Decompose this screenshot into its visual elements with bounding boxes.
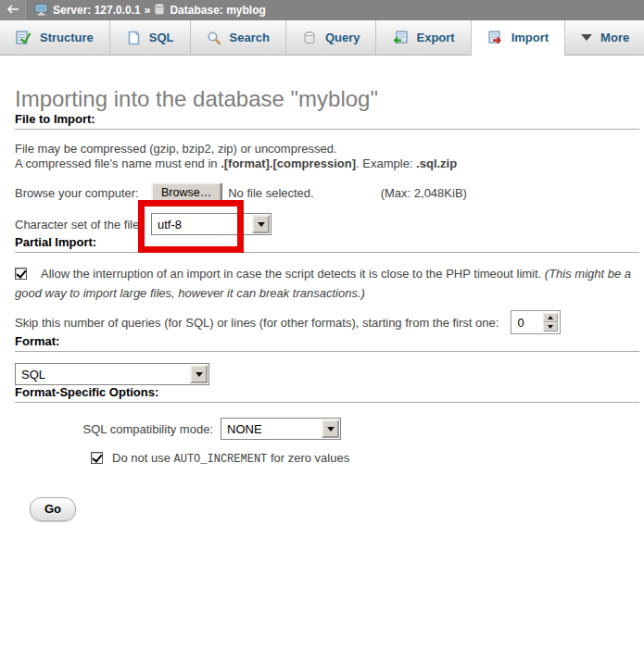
hint-format-pattern: .[format].[compression]: [221, 156, 356, 170]
auto-increment-row: Do not use AUTO_INCREMENT for zero value…: [91, 451, 639, 466]
skip-queries-row: Skip this number of queries (for SQL) or…: [15, 310, 639, 334]
skip-queries-label: Skip this number of queries (for SQL) or…: [15, 316, 499, 330]
format-specific-options-heading: Format-Specific Options:: [15, 385, 639, 403]
browse-button[interactable]: Browse…: [151, 182, 221, 204]
tab-label: More: [600, 31, 629, 44]
compression-hint: File may be compressed (gzip, bzip2, zip…: [15, 142, 639, 171]
charset-select-value: utf-8: [152, 214, 251, 234]
skip-queries-value: 0: [513, 313, 543, 332]
allow-interruption-checkbox[interactable]: [15, 268, 27, 280]
format-select[interactable]: SQL: [15, 363, 209, 385]
auto-increment-label-prefix: Do not use: [112, 451, 174, 465]
breadcrumb-server-label: Server: 127.0.0.1: [53, 4, 141, 17]
import-icon: [487, 31, 503, 45]
hint-line1: File may be compressed (gzip, bzip2, zip…: [15, 142, 337, 156]
format-select-value: SQL: [16, 364, 189, 384]
page-title: Importing into the database "myblog": [15, 86, 639, 112]
tab-bar: Structure SQL Search Query Export Import…: [0, 20, 644, 56]
partial-import-heading: Partial Import:: [15, 235, 639, 253]
file-to-import-heading: File to Import:: [15, 112, 639, 130]
allow-interruption-row: Allow the interruption of an import in c…: [15, 264, 639, 303]
hint-line2-mid: . Example:: [356, 156, 416, 170]
go-button[interactable]: Go: [30, 497, 76, 521]
spinner-up-icon[interactable]: [543, 313, 558, 322]
auto-increment-code: AUTO_INCREMENT: [174, 453, 268, 466]
more-dropdown-icon: [581, 34, 592, 41]
no-file-selected-text: No file selected.: [228, 186, 314, 200]
database-icon: [154, 3, 165, 19]
auto-increment-label: Do not use AUTO_INCREMENT for zero value…: [112, 451, 349, 466]
structure-icon: [16, 31, 32, 45]
tab-search[interactable]: Search: [191, 20, 286, 55]
tab-label: SQL: [149, 31, 174, 44]
auto-increment-label-suffix: for zero values: [267, 451, 349, 465]
back-arrow-icon: [6, 4, 19, 17]
charset-select[interactable]: utf-8: [151, 213, 271, 235]
format-dropdown-arrow-icon[interactable]: [190, 365, 208, 383]
format-heading: Format:: [15, 334, 639, 352]
tab-label: Export: [416, 31, 454, 44]
tab-import[interactable]: Import: [472, 20, 565, 55]
skip-queries-input[interactable]: 0: [511, 310, 561, 334]
tab-more[interactable]: More: [565, 20, 644, 55]
auto-increment-checkbox[interactable]: [91, 452, 103, 464]
breadcrumb-separator: »: [145, 4, 151, 17]
browse-row: Browse your computer: Browse… No file se…: [15, 182, 639, 204]
charset-label: Character set of the file:: [15, 218, 151, 231]
charset-dropdown-arrow-icon[interactable]: [252, 215, 270, 233]
hint-line2-prefix: A compressed file's name must end in: [15, 156, 221, 170]
export-icon: [392, 31, 408, 45]
tab-label: Search: [230, 31, 270, 44]
breadcrumb-server[interactable]: Server: 127.0.0.1: [34, 3, 141, 19]
sql-icon: [126, 31, 141, 45]
import-page: Importing into the database "myblog" Fil…: [0, 86, 644, 521]
allow-interruption-label: Allow the interruption of an import in c…: [41, 267, 545, 281]
tab-label: Query: [325, 31, 360, 44]
hint-example: .sql.zip: [416, 156, 457, 170]
tab-query[interactable]: Query: [286, 20, 377, 55]
max-upload-size: (Max: 2,048KiB): [381, 186, 467, 200]
spinner-down-icon[interactable]: [543, 322, 558, 332]
search-icon: [207, 31, 221, 45]
browse-label: Browse your computer:: [15, 186, 151, 200]
breadcrumb-database[interactable]: Database: myblog: [154, 3, 265, 19]
sql-compatibility-label: SQL compatibility mode:: [15, 422, 221, 436]
tab-structure[interactable]: Structure: [0, 20, 110, 55]
compat-dropdown-arrow-icon[interactable]: [322, 419, 339, 438]
tab-export[interactable]: Export: [376, 20, 471, 55]
sql-compatibility-value: NONE: [221, 419, 321, 439]
query-icon: [302, 31, 317, 45]
tab-label: Import: [511, 31, 549, 44]
breadcrumb-bar: Server: 127.0.0.1 » Database: myblog: [0, 0, 644, 20]
tab-label: Structure: [40, 31, 94, 44]
back-button[interactable]: [0, 0, 26, 20]
sql-compatibility-row: SQL compatibility mode: NONE: [15, 418, 639, 440]
sql-compatibility-select[interactable]: NONE: [221, 418, 341, 440]
breadcrumb-database-label: Database: myblog: [170, 4, 265, 17]
charset-row: Character set of the file: utf-8: [15, 213, 639, 235]
server-icon: [34, 3, 48, 19]
tab-sql[interactable]: SQL: [110, 20, 191, 55]
